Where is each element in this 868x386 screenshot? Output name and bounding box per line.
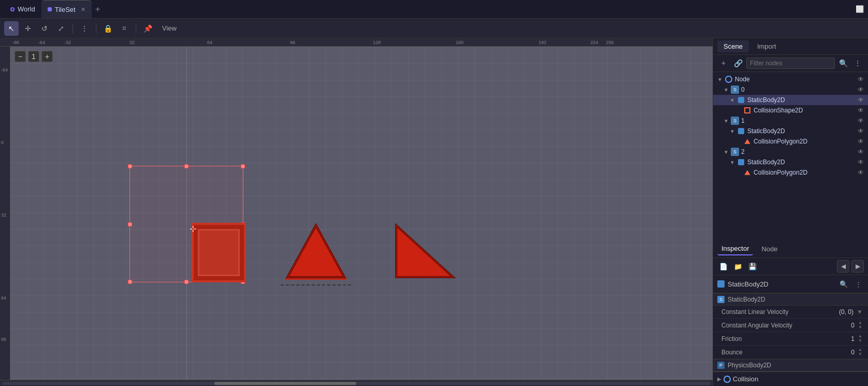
insp-save-icon[interactable]: 💾 <box>746 260 759 273</box>
insp-file-icon[interactable]: 📄 <box>717 260 730 273</box>
tree-label-staticbody-1: StaticBody2D <box>747 127 856 135</box>
tree-item-staticbody-2[interactable]: ▼ StaticBody2D 👁 <box>713 157 868 167</box>
zoom-in-button[interactable]: + <box>41 51 53 62</box>
handle-bm[interactable] <box>184 280 189 284</box>
collision-section[interactable]: ▶ Collision <box>713 371 868 386</box>
tree-item-staticbody-1[interactable]: ▼ StaticBody2D 👁 <box>713 126 868 136</box>
bounce-down[interactable]: ▼ <box>857 352 864 356</box>
insp-more-button[interactable]: ⋮ <box>852 278 864 290</box>
insp-next-button[interactable]: ▶ <box>851 260 864 273</box>
tree-item-colshape-0[interactable]: CollisionShape2D 👁 <box>713 105 868 116</box>
tab-world[interactable]: World <box>4 0 41 18</box>
tab-add-button[interactable]: + <box>92 3 104 16</box>
prop-linear-velocity-dropdown[interactable]: ▼ <box>856 308 864 316</box>
tree-item-colpoly-2[interactable]: CollisionPolygon2D 👁 <box>713 167 868 178</box>
link-node-button[interactable]: 🔗 <box>732 57 744 69</box>
handle-tm[interactable] <box>184 164 189 168</box>
tree-arrow-0: ▼ <box>724 87 729 93</box>
tab-bar: World TileSet ✕ + ⬜ <box>0 0 868 19</box>
bounce-up[interactable]: ▲ <box>857 348 864 352</box>
tool-lock[interactable]: 🔒 <box>100 21 115 36</box>
toolbar: ↖ ✛ ↺ ⤢ ⋮ 🔒 ⌗ 📌 View <box>0 19 868 38</box>
insp-search-button[interactable]: 🔍 <box>838 278 849 290</box>
angular-velocity-up[interactable]: ▲ <box>857 321 864 325</box>
shape-square-1 <box>192 223 246 282</box>
tab-import[interactable]: Import <box>751 40 783 52</box>
insp-folder-icon[interactable]: 📁 <box>732 260 744 273</box>
ruler-128: 128 <box>373 40 381 45</box>
ruler-160: 160 <box>456 40 464 45</box>
tree-item-node-root[interactable]: ▼ Node 👁 <box>713 74 868 84</box>
scrollbar-thumb[interactable] <box>214 382 356 385</box>
collision-poly-2-icon <box>743 168 751 177</box>
ruler-side-64: 64 <box>1 295 6 301</box>
tool-move[interactable]: ✛ <box>21 21 35 36</box>
tree-eye-cp2[interactable]: 👁 <box>858 169 864 176</box>
inspector-category-staticbody: S StaticBody2D <box>713 293 868 306</box>
tree-eye-1[interactable]: 👁 <box>858 117 864 124</box>
tool-select[interactable]: ↖ <box>4 21 19 36</box>
tileset-icon <box>48 7 52 11</box>
handle-tl[interactable] <box>128 164 132 168</box>
canvas-area: -96 -64 -32 32 64 96 128 160 192 224 256… <box>0 38 713 386</box>
ruler-neg64: -64 <box>38 40 45 45</box>
ruler-64: 64 <box>207 40 212 45</box>
tree-eye-2[interactable]: 👁 <box>858 148 864 155</box>
scrollbar-track[interactable] <box>2 382 711 385</box>
tree-eye-cp1[interactable]: 👁 <box>858 138 864 145</box>
tab-close-button[interactable]: ✕ <box>81 6 85 13</box>
insp-prev-button[interactable]: ◀ <box>837 260 849 273</box>
tool-snap[interactable]: ⌗ <box>117 21 132 36</box>
tree-label-1: 1 <box>741 117 856 124</box>
tool-pin[interactable]: 📌 <box>140 21 155 36</box>
inspector-tab-inspector[interactable]: Inspector <box>717 242 753 255</box>
tree-eye-cs0[interactable]: 👁 <box>858 107 864 114</box>
zoom-reset-button[interactable]: 1 <box>28 51 39 62</box>
friction-up[interactable]: ▲ <box>857 334 864 338</box>
triangle-svg <box>285 223 347 280</box>
svg-marker-0 <box>287 225 344 277</box>
tree-eye-sb2[interactable]: 👁 <box>858 159 864 166</box>
tree-item-1[interactable]: ▼ S 1 👁 <box>713 116 868 126</box>
canvas-viewport[interactable]: − 1 + <box>10 47 713 380</box>
right-triangle-svg <box>394 223 456 280</box>
collision-poly-1-icon <box>743 137 751 146</box>
angular-velocity-down[interactable]: ▼ <box>857 325 864 330</box>
handle-tr[interactable] <box>241 164 245 168</box>
inspector-tab-node[interactable]: Node <box>757 243 782 255</box>
filter-nodes-input[interactable] <box>746 58 835 69</box>
scene-panel-toolbar: ＋ 🔗 🔍 ⋮ <box>713 55 868 72</box>
filter-search-icon[interactable]: 🔍 <box>837 57 849 69</box>
static-body-1-icon <box>737 127 745 135</box>
tree-label-colshape-0: CollisionShape2D <box>754 107 856 114</box>
main-content: -96 -64 -32 32 64 96 128 160 192 224 256… <box>0 38 868 386</box>
prop-angular-velocity-arrows: ▲ ▼ <box>857 321 864 330</box>
tool-rotate[interactable]: ↺ <box>37 21 52 36</box>
tool-more[interactable]: ⋮ <box>77 21 92 36</box>
view-button[interactable]: View <box>157 22 182 34</box>
prop-angular-velocity-val: 0 <box>851 322 855 329</box>
toolbar-sep-2 <box>96 23 96 34</box>
tree-item-0[interactable]: ▼ S 0 👁 <box>713 84 868 95</box>
zoom-out-button[interactable]: − <box>15 51 26 62</box>
tree-item-2[interactable]: ▼ S 2 👁 <box>713 147 868 157</box>
tool-scale[interactable]: ⤢ <box>54 21 68 36</box>
tree-eye-sb0[interactable]: 👁 <box>858 96 864 104</box>
tree-eye-sb1[interactable]: 👁 <box>858 127 864 135</box>
maximize-icon[interactable]: ⬜ <box>856 5 864 13</box>
handle-bl[interactable] <box>128 280 132 284</box>
add-node-button[interactable]: ＋ <box>717 57 730 69</box>
tab-tileset[interactable]: TileSet ✕ <box>41 0 92 18</box>
tree-arrow-2: ▼ <box>724 149 729 155</box>
tab-scene[interactable]: Scene <box>717 40 749 52</box>
filter-options-icon[interactable]: ⋮ <box>851 57 864 69</box>
handle-ml[interactable] <box>128 222 132 226</box>
tree-eye-0[interactable]: 👁 <box>858 86 864 93</box>
tree-item-staticbody-0[interactable]: ▼ StaticBody2D 👁 <box>713 95 868 105</box>
tree-item-colpoly-1[interactable]: CollisionPolygon2D 👁 <box>713 136 868 147</box>
inspector-section: Inspector Node 📄 📁 💾 ◀ ▶ StaticBody2D 🔍 … <box>713 240 868 386</box>
friction-down[interactable]: ▼ <box>857 339 864 343</box>
tree-eye-root[interactable]: 👁 <box>858 76 864 83</box>
tree-arrow-sb1: ▼ <box>730 128 735 134</box>
prop-friction: Friction 1 ▲ ▼ <box>713 332 868 346</box>
